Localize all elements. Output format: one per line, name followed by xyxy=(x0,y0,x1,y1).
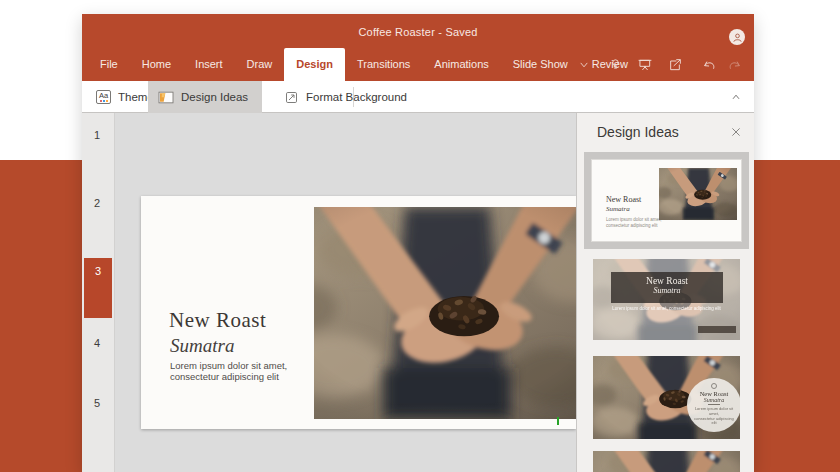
present-button[interactable] xyxy=(633,48,657,81)
slide[interactable]: New Roast Sumatra Lorem ipsum dolor sit … xyxy=(141,196,576,429)
tab-draw[interactable]: Draw xyxy=(235,48,285,81)
slide-canvas: New Roast Sumatra Lorem ipsum dolor sit … xyxy=(114,113,576,472)
window-title: Coffee Roaster - Saved xyxy=(82,26,754,38)
tab-slide-show[interactable]: Slide Show xyxy=(501,48,580,81)
design-thumbnail-3[interactable]: New Roast Sumatra Lorem ipsum dolor sit … xyxy=(593,356,740,439)
slide-number-4[interactable]: 4 xyxy=(94,337,100,349)
coffee-beans-photo[interactable] xyxy=(314,207,576,419)
selected-slide-highlight[interactable]: 3 xyxy=(84,258,112,318)
slide-number-2[interactable]: 2 xyxy=(94,197,100,209)
thumbnail-2-footer-block xyxy=(698,326,736,333)
tab-insert[interactable]: Insert xyxy=(183,48,235,81)
format-background-icon xyxy=(284,90,299,105)
slide-number-5[interactable]: 5 xyxy=(94,397,100,409)
slide-title[interactable]: New Roast xyxy=(169,308,266,333)
close-panel-button[interactable] xyxy=(728,124,744,140)
tab-animations[interactable]: Animations xyxy=(422,48,500,81)
thumbnail-3-caption-circle: New Roast Sumatra Lorem ipsum dolor sit … xyxy=(687,378,740,432)
undo-button[interactable] xyxy=(697,48,721,81)
collapse-ribbon-button[interactable] xyxy=(724,81,748,113)
chevron-down-icon xyxy=(578,59,590,71)
slide-strip: 1 2 3 4 5 xyxy=(82,113,114,472)
more-tabs-button[interactable] xyxy=(572,48,596,81)
thumbnail-photo xyxy=(659,168,737,234)
close-icon xyxy=(730,126,742,138)
logo-ring-icon xyxy=(711,383,717,389)
design-thumbnail-1-selected[interactable]: New Roast Sumatra Lorem ipsum dolor sit … xyxy=(584,152,749,249)
tab-home[interactable]: Home xyxy=(130,48,183,81)
powerpoint-window: Coffee Roaster - Saved File Home Insert … xyxy=(82,14,754,472)
slide-number-3[interactable]: 3 xyxy=(95,265,101,277)
design-thumbnail-1-preview: New Roast Sumatra Lorem ipsum dolor sit … xyxy=(591,159,742,242)
ribbon-tabs: File Home Insert Draw Design Transitions… xyxy=(82,48,754,81)
redo-button[interactable] xyxy=(723,48,747,81)
design-ideas-panel: Design Ideas New Roast Sumatra Lorem ips… xyxy=(576,113,754,472)
presenter-screen-icon xyxy=(637,57,653,73)
tab-file[interactable]: File xyxy=(88,48,130,81)
slide-subtitle[interactable]: Sumatra xyxy=(170,335,234,357)
content-area: 1 2 3 4 5 New Roast Sumatra Lorem ipsum … xyxy=(82,113,754,472)
smart-guide-marker xyxy=(557,417,559,425)
chevron-up-icon xyxy=(730,91,742,103)
share-button[interactable] xyxy=(663,48,687,81)
tab-design[interactable]: Design xyxy=(284,48,345,81)
format-background-label: Format Background xyxy=(306,91,407,103)
redo-icon xyxy=(727,57,743,73)
design-thumbnail-4[interactable] xyxy=(593,451,740,472)
tell-me-button[interactable] xyxy=(603,48,627,81)
user-avatar[interactable] xyxy=(729,29,745,45)
person-icon xyxy=(732,32,743,43)
format-background-button[interactable]: Format Background xyxy=(274,81,417,113)
undo-icon xyxy=(701,57,717,73)
design-thumbnail-2[interactable]: New Roast Sumatra Lorem ipsum dolor sit … xyxy=(593,259,740,340)
design-ideas-label: Design Ideas xyxy=(181,91,248,103)
design-ideas-button[interactable]: Design Ideas xyxy=(148,81,262,113)
design-ideas-icon xyxy=(158,91,174,104)
themes-icon: Aa xyxy=(96,90,111,104)
tab-transitions[interactable]: Transitions xyxy=(345,48,422,81)
design-ideas-panel-title: Design Ideas xyxy=(597,124,679,140)
ribbon-toolbar: Aa Themes Design Ideas Format Background xyxy=(82,81,754,113)
slide-body-text[interactable]: Lorem ipsum dolor sit amet, consectetur … xyxy=(170,361,287,382)
thumbnail-2-caption-box: New Roast Sumatra xyxy=(611,272,723,303)
share-icon xyxy=(667,57,683,73)
slide-number-1[interactable]: 1 xyxy=(94,129,100,141)
lightbulb-icon xyxy=(608,57,623,72)
title-bar: Coffee Roaster - Saved xyxy=(82,14,754,48)
